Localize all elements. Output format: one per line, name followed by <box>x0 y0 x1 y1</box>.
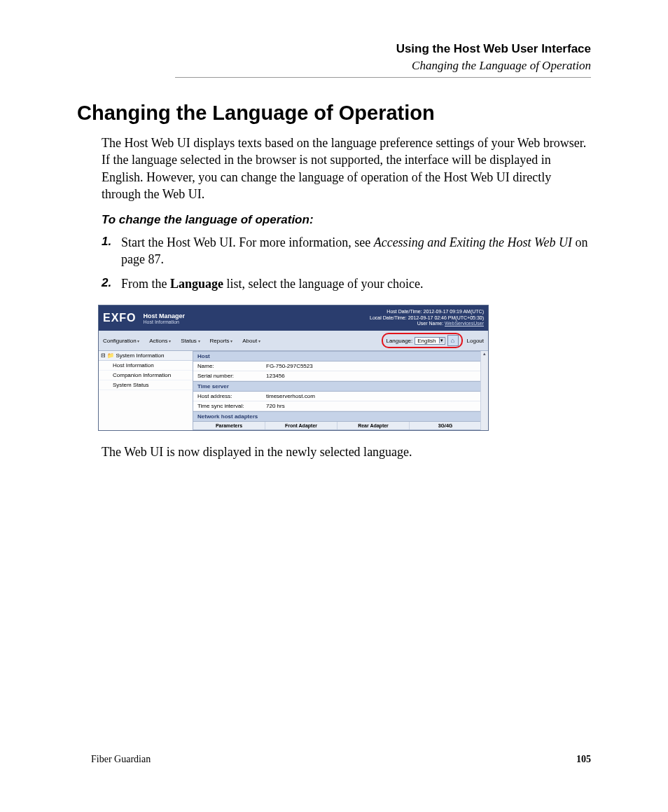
language-label: Language: <box>386 338 412 344</box>
app-title: Host Manager <box>144 312 186 319</box>
row-sync: Time sync interval: 720 hrs <box>193 401 481 411</box>
app-header: EXFO Host Manager Host Information Host … <box>99 305 488 331</box>
step-1-pre: Start the Host Web UI. For more informat… <box>121 235 374 249</box>
host-datetime: Host Date/Time: 2012-09-17 09:19 AM(UTC) <box>370 309 484 315</box>
section-subtitle: Changing the Language of Operation <box>175 59 591 73</box>
menu-actions[interactable]: Actions <box>149 338 171 344</box>
value-name: FG-750-297C5523 <box>266 363 313 369</box>
page-footer: Fiber Guardian 105 <box>91 754 591 765</box>
embedded-screenshot: EXFO Host Manager Host Information Host … <box>98 305 489 431</box>
label-name: Name: <box>197 363 266 369</box>
value-hostaddr: timeserverhost.com <box>266 393 315 399</box>
band-time: Time server <box>193 381 481 392</box>
col-front-adapter: Front Adapter <box>265 422 338 429</box>
tree-root[interactable]: System Information <box>99 351 193 361</box>
step-1: 1. Start the Host Web UI. For more infor… <box>102 234 591 268</box>
menu-configuration[interactable]: Configuration <box>103 338 139 344</box>
scrollbar[interactable] <box>480 351 488 430</box>
tree-item-host-info[interactable]: Host Information <box>99 361 193 371</box>
nav-tree: System Information Host Information Comp… <box>99 351 193 430</box>
band-net: Network host adapters <box>193 411 481 422</box>
step-2-number: 2. <box>102 275 121 292</box>
menu-about[interactable]: About <box>242 338 260 344</box>
step-1-number: 1. <box>102 234 121 268</box>
footer-page-number: 105 <box>576 754 591 765</box>
menu-reports[interactable]: Reports <box>210 338 233 344</box>
row-serial: Serial number: 123456 <box>193 371 481 381</box>
local-datetime: Local Date/Time: 2012-09-17 02:46 PM(UTC… <box>370 315 484 321</box>
label-serial: Serial number: <box>197 373 266 379</box>
step-2-bold: Language <box>170 277 223 291</box>
procedure-title: To change the language of operation: <box>102 212 591 228</box>
col-parameters: Parameters <box>193 422 265 429</box>
step-2: 2. From the Language list, select the la… <box>102 275 591 292</box>
step-2-pre: From the <box>121 277 170 291</box>
header-rule <box>175 77 591 78</box>
step-1-link: Accessing and Exiting the Host Web UI <box>374 235 572 249</box>
value-sync: 720 hrs <box>266 403 285 409</box>
net-columns: Parameters Front Adapter Rear Adapter 3G… <box>193 422 481 430</box>
user-label: User Name: <box>417 321 445 326</box>
value-serial: 123456 <box>266 373 285 379</box>
user-name-link[interactable]: WebServicesUser <box>445 321 484 326</box>
app-subtitle: Host Information <box>144 319 186 324</box>
col-rear-adapter: Rear Adapter <box>338 422 410 429</box>
intro-paragraph: The Host Web UI displays texts based on … <box>102 135 591 202</box>
section-heading: Changing the Language of Operation <box>77 102 591 125</box>
step-2-post: list, select the language of your choice… <box>223 277 423 291</box>
running-header: Using the Host Web User Interface Changi… <box>175 42 591 78</box>
row-name: Name: FG-750-297C5523 <box>193 362 481 371</box>
menubar: Configuration Actions Status Reports Abo… <box>99 331 488 351</box>
language-select[interactable]: English <box>415 337 445 345</box>
tree-item-companion-info[interactable]: Companion Information <box>99 371 193 380</box>
menu-status[interactable]: Status <box>181 338 200 344</box>
brand-logo: EXFO <box>103 312 137 324</box>
label-hostaddr: Host address: <box>197 393 266 399</box>
band-host: Host <box>193 351 481 362</box>
content-panel: Host Name: FG-750-297C5523 Serial number… <box>193 351 488 430</box>
logout-link[interactable]: Logout <box>467 338 484 344</box>
footer-product: Fiber Guardian <box>91 754 151 765</box>
col-3g4g: 3G/4G <box>410 422 481 429</box>
chapter-title: Using the Host Web User Interface <box>175 42 591 56</box>
home-icon[interactable]: ⌂ <box>447 335 459 346</box>
row-hostaddr: Host address: timeserverhost.com <box>193 392 481 401</box>
step-1-text: Start the Host Web UI. For more informat… <box>121 234 591 268</box>
step-2-text: From the Language list, select the langu… <box>121 275 423 292</box>
tree-item-system-status[interactable]: System Status <box>99 380 193 390</box>
label-sync: Time sync interval: <box>197 403 266 409</box>
closing-paragraph: The Web UI is now displayed in the newly… <box>102 443 591 460</box>
language-highlight: Language: English ⌂ <box>382 333 462 348</box>
